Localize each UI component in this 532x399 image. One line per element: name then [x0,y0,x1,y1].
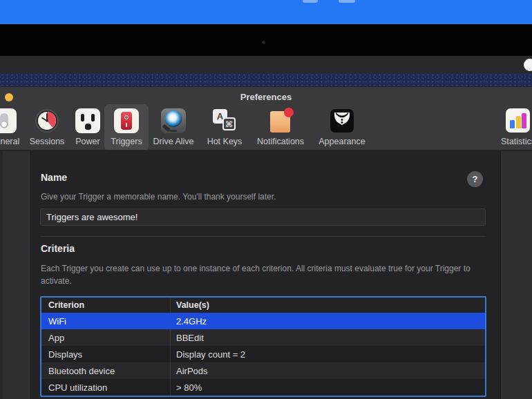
criterion-cell: WiFi [41,313,171,329]
trigger-name-input[interactable] [40,208,486,226]
toolbar-item-label: Sessions [30,137,65,146]
desktop-wallpaper-strip [0,73,532,86]
toolbar-item-label: Notifications [257,137,304,146]
titlebar: Preferences [0,87,532,106]
toolbar-item-label: Power [75,137,99,146]
left-gutter [0,151,31,399]
toolbar-item-statistics[interactable]: Statistics [491,104,532,151]
toolbar-item-triggers[interactable]: Triggers [104,104,149,151]
notification-badge [284,108,294,117]
black-bezel-bar [0,24,532,56]
notifications-icon [267,108,294,133]
criteria-section-description: Each Trigger you create can use up to on… [41,262,500,287]
table-row-cpu[interactable]: CPU utilization > 80% [41,379,485,396]
dark-gray-bar [0,56,532,73]
toolbar-item-label: Triggers [111,137,142,146]
table-row-displays[interactable]: Displays Display count = 2 [41,346,485,362]
value-cell: 2.4GHz [171,313,485,329]
toolbar-item-drive-alive[interactable]: Drive Alive [146,104,201,151]
cutoff-text-mark [303,0,318,3]
toolbar-item-label: Statistics [501,137,532,146]
table-row-wifi[interactable]: WiFi 2.4GHz [41,313,485,329]
white-indicator-circle [524,59,532,71]
toolbar-item-label: General [0,137,19,146]
column-header-criterion[interactable]: Criterion [41,298,171,313]
appearance-tuxedo-icon [329,108,355,133]
value-cell: BBEdit [171,329,485,346]
help-button[interactable]: ? [467,171,483,187]
hot-keys-icon: A ⌘ [211,108,238,133]
table-row-bluetooth[interactable]: Bluetooth device AirPods [41,362,485,379]
table-row-app[interactable]: App BBEdit [41,329,485,346]
power-outlet-icon [75,108,101,133]
statistics-bars-icon [505,108,531,133]
criterion-cell: Displays [41,346,171,362]
value-cell: > 80% [171,379,485,396]
camera-dot [262,41,265,44]
screen: Preferences General [0,0,532,399]
toolbar-item-label: Drive Alive [153,137,193,146]
cutoff-text-mark [339,0,355,3]
right-gutter [500,151,532,399]
sessions-clock-icon [34,108,60,133]
column-header-values[interactable]: Value(s) [171,298,485,313]
toolbar-item-hot-keys[interactable]: A ⌘ Hot Keys [197,104,252,151]
content-pane: Name ? Give your Trigger a memorable nam… [0,151,532,399]
name-section-description: Give your Trigger a memorable name. You'… [41,191,276,203]
section-divider [41,236,486,237]
preferences-window: Preferences General [0,86,532,399]
left-gutter-edge [0,151,3,399]
drive-alive-eye-icon [160,108,187,133]
toolbar-item-label: Appearance [319,137,365,146]
criteria-section-heading: Criteria [41,243,75,254]
triggers-switch-icon [113,108,140,133]
criterion-cell: Bluetooth device [41,362,171,379]
top-blue-bar [0,0,532,24]
value-cell: AirPods [171,362,485,379]
name-section-heading: Name [41,172,67,183]
toolbar-item-notifications[interactable]: Notifications [253,104,308,151]
command-key-glyph: ⌘ [222,117,236,130]
criteria-table-header: Criterion Value(s) [41,298,485,313]
toolbar-item-appearance[interactable]: Appearance [314,104,370,151]
value-cell: Display count = 2 [171,346,485,362]
toolbar-item-label: Hot Keys [207,137,243,146]
criterion-cell: CPU utilization [41,379,171,396]
criterion-cell: App [41,329,171,346]
general-icon [0,108,17,133]
window-title: Preferences [0,92,532,102]
criteria-table: Criterion Value(s) WiFi 2.4GHz App BBEdi… [40,296,486,397]
